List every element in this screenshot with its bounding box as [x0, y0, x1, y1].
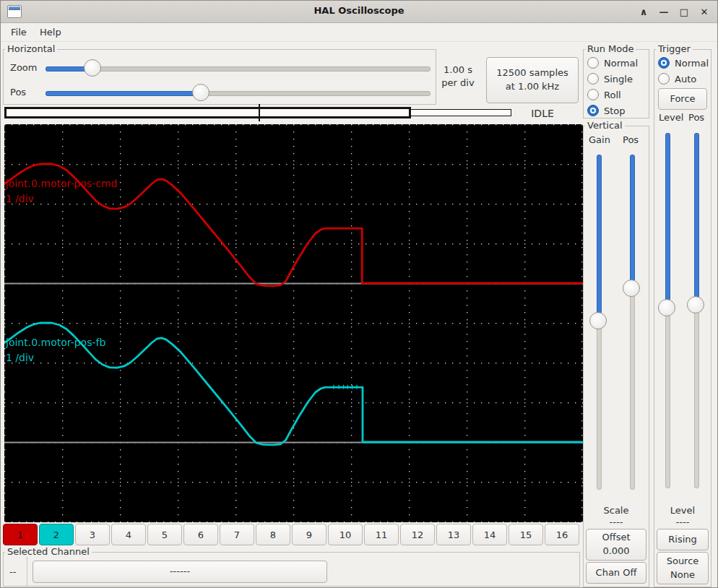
slider-fill — [694, 133, 699, 306]
slider-handle[interactable] — [589, 312, 607, 329]
run-mode-option-single[interactable]: Single — [587, 71, 638, 87]
samples-line2: at 1.00 kHz — [506, 80, 559, 94]
trigger-level-slider[interactable] — [658, 133, 675, 488]
radio-icon[interactable] — [587, 89, 599, 100]
trigger-radio-group: NormalAuto — [658, 55, 709, 87]
channel-button-12[interactable]: 12 — [400, 524, 435, 545]
slider-fill — [665, 133, 670, 309]
slider-track[interactable] — [46, 66, 431, 72]
window-title: HAL Oscilloscope — [1, 5, 717, 16]
title-bar[interactable]: HAL Oscilloscope ∧ — □ ✕ — [1, 1, 717, 23]
record-window-bar — [4, 107, 411, 118]
channel-button-1[interactable]: 1 — [3, 524, 38, 545]
record-length-button[interactable]: 12500 samples at 1.00 kHz — [486, 57, 579, 103]
run-mode-radio-group: NormalSingleRollStop — [587, 55, 638, 118]
radio-icon[interactable] — [587, 105, 599, 116]
horizontal-zoom-slider[interactable] — [46, 59, 431, 77]
slider-handle[interactable] — [658, 299, 675, 316]
channel-button-6[interactable]: 6 — [183, 524, 218, 545]
minimize-icon[interactable]: — — [657, 4, 671, 20]
slider-handle[interactable] — [687, 296, 704, 314]
trigger-edge-button[interactable]: Rising — [657, 529, 709, 550]
slider-handle[interactable] — [192, 84, 209, 101]
channel-button-10[interactable]: 10 — [328, 524, 363, 545]
channel-button-row: 12345678910111213141516 — [3, 524, 579, 545]
selected-channel-source-button[interactable]: ------ — [33, 561, 327, 583]
samples-line1: 12500 samples — [496, 66, 568, 80]
zoom-label: Zoom — [10, 62, 37, 73]
slider-handle[interactable] — [623, 280, 640, 297]
radio-label: Auto — [675, 74, 696, 85]
radio-icon[interactable] — [658, 57, 670, 69]
vertical-pos-slider[interactable] — [623, 155, 640, 490]
radio-label: Normal — [675, 58, 709, 69]
rising-label: Rising — [668, 533, 697, 547]
channel-button-14[interactable]: 14 — [472, 524, 507, 545]
trigger-level-readout-label: Level — [654, 505, 711, 516]
vertical-gain-slider[interactable] — [589, 155, 607, 490]
scale-readout-label: Scale — [583, 505, 649, 516]
selected-channel-name: ------ — [170, 565, 190, 579]
selected-channel-legend: Selected Channel — [5, 546, 92, 557]
slider-fill — [597, 155, 602, 322]
trigger-position-tick — [259, 104, 260, 121]
scope-canvas — [4, 124, 583, 522]
radio-icon[interactable] — [587, 57, 599, 69]
maximize-icon[interactable]: □ — [677, 4, 691, 20]
app-window: HAL Oscilloscope ∧ — □ ✕ File Help Horiz… — [0, 0, 718, 588]
horizontal-pos-slider[interactable] — [46, 84, 431, 101]
chan-off-button[interactable]: Chan Off — [586, 562, 646, 584]
trigger-option-auto[interactable]: Auto — [658, 71, 709, 87]
menu-help[interactable]: Help — [34, 25, 67, 39]
slider-handle[interactable] — [84, 59, 101, 77]
radio-label: Single — [604, 74, 633, 85]
channel-button-2[interactable]: 2 — [39, 524, 74, 545]
slider-fill — [630, 155, 635, 290]
radio-label: Normal — [604, 58, 638, 69]
radio-icon[interactable] — [587, 73, 599, 85]
gain-label: Gain — [589, 134, 610, 145]
slider-fill — [46, 91, 202, 96]
vertical-legend: Vertical — [585, 120, 625, 131]
shade-icon[interactable]: ∧ — [636, 4, 651, 20]
offset-value: 0.000 — [602, 545, 629, 558]
menu-file[interactable]: File — [5, 25, 33, 39]
channel-button-16[interactable]: 16 — [545, 524, 579, 545]
trigger-pos-label: Pos — [688, 112, 704, 123]
channel-button-5[interactable]: 5 — [147, 524, 182, 545]
pos-label: Pos — [10, 87, 26, 98]
scale-readout-value: ---- — [583, 516, 649, 527]
trigger-legend: Trigger — [656, 43, 693, 54]
run-mode-option-roll[interactable]: Roll — [587, 87, 638, 103]
channel-button-8[interactable]: 8 — [256, 524, 290, 545]
radio-label: Stop — [604, 105, 626, 116]
horizontal-legend: Horizontal — [5, 43, 57, 54]
channel-button-15[interactable]: 15 — [509, 524, 543, 545]
chan-off-label: Chan Off — [596, 566, 637, 580]
offset-button[interactable]: Offset 0.000 — [586, 529, 646, 561]
trigger-pos-slider[interactable] — [687, 133, 704, 488]
channel-button-3[interactable]: 3 — [75, 524, 110, 545]
offset-label: Offset — [602, 531, 630, 545]
trigger-source-button[interactable]: Source None — [657, 552, 709, 584]
channel-button-9[interactable]: 9 — [292, 524, 326, 545]
close-icon[interactable]: ✕ — [697, 4, 711, 20]
radio-label: Roll — [604, 90, 621, 100]
menu-bar: File Help — [1, 22, 717, 42]
channel-button-11[interactable]: 11 — [364, 524, 399, 545]
channel-button-13[interactable]: 13 — [436, 524, 471, 545]
channel-button-4[interactable]: 4 — [111, 524, 146, 545]
channel-button-7[interactable]: 7 — [220, 524, 254, 545]
vertical-pos-label: Pos — [623, 134, 639, 145]
run-mode-option-normal[interactable]: Normal — [587, 55, 638, 71]
time-per-div-value: 1.00 s — [433, 64, 483, 75]
run-mode-option-stop[interactable]: Stop — [587, 103, 638, 118]
scope-display: joint.0.motor-pos-cmd 1 /div joint.0.mot… — [4, 124, 583, 522]
trigger-option-normal[interactable]: Normal — [658, 55, 709, 71]
window-controls: ∧ — □ ✕ — [636, 4, 711, 20]
selected-channel-number: -- — [9, 566, 16, 577]
radio-icon[interactable] — [658, 73, 670, 85]
source-value: None — [670, 568, 695, 582]
force-label: Force — [670, 92, 695, 106]
force-trigger-button[interactable]: Force — [658, 88, 707, 110]
